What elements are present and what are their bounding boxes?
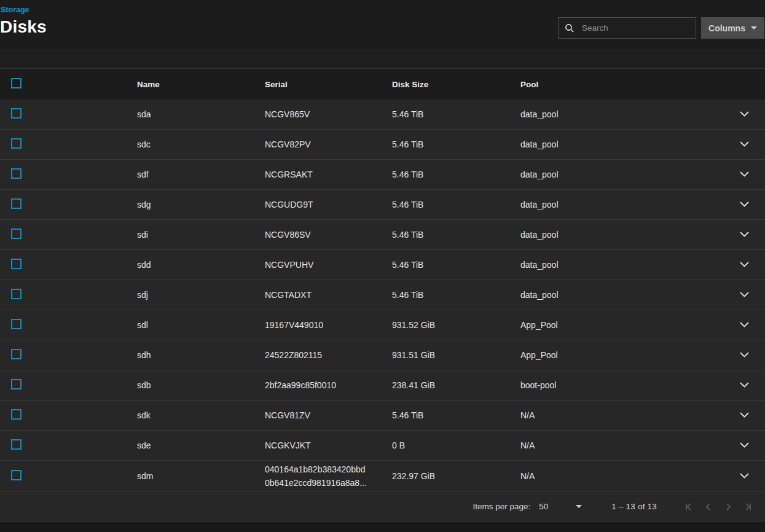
disk-size-cell: 5.46 TiB xyxy=(392,200,520,209)
search-icon xyxy=(565,23,575,33)
table-row[interactable]: sdd NCGVPUHV 5.46 TiB data_pool xyxy=(0,250,765,280)
table-row[interactable]: sdb 2bf2aa99c85f0010 238.41 GiB boot-poo… xyxy=(0,370,765,401)
row-checkbox[interactable] xyxy=(11,138,22,149)
row-checkbox-cell xyxy=(0,108,137,120)
disk-name-cell: sdl xyxy=(137,320,265,330)
last-page-button[interactable] xyxy=(740,499,755,514)
table-row[interactable]: sdm 040164a1b82b383420bbd 0b641e2ccd9819… xyxy=(0,461,765,491)
row-checkbox[interactable] xyxy=(11,108,22,119)
chevron-down-icon xyxy=(740,473,749,479)
row-checkbox-cell xyxy=(0,198,137,211)
column-header-pool[interactable]: Pool xyxy=(520,80,731,89)
expand-row-button[interactable] xyxy=(739,170,750,179)
pagination-bar: Items per page: 50 1 – 13 of 13 xyxy=(0,491,765,522)
items-per-page-select[interactable]: 50 xyxy=(539,502,582,511)
disk-pool-cell: boot-pool xyxy=(520,380,731,390)
expand-row-button[interactable] xyxy=(739,200,750,209)
table-row[interactable]: sdi NCGV86SV 5.46 TiB data_pool xyxy=(0,220,765,250)
row-checkbox-cell xyxy=(0,289,137,301)
disk-size-cell: 931.51 GiB xyxy=(392,350,520,360)
row-checkbox[interactable] xyxy=(11,168,22,179)
column-header-serial[interactable]: Serial xyxy=(265,80,392,89)
chevron-down-icon xyxy=(740,322,749,328)
expand-row-button[interactable] xyxy=(739,140,750,149)
table-row[interactable]: sdf NCGRSAKT 5.46 TiB data_pool xyxy=(0,160,765,190)
next-page-button[interactable] xyxy=(721,499,736,514)
page-title: Disks xyxy=(0,17,47,37)
expand-row-button[interactable] xyxy=(739,472,750,480)
expand-row-button[interactable] xyxy=(739,291,750,299)
column-header-name[interactable]: Name xyxy=(137,80,265,89)
table-row[interactable]: sda NCGV865V 5.46 TiB data_pool xyxy=(0,100,765,130)
row-checkbox[interactable] xyxy=(11,319,22,329)
disk-size-cell: 238.41 GiB xyxy=(392,380,520,390)
disk-name-cell: sdi xyxy=(137,230,265,240)
disk-pool-cell: data_pool xyxy=(520,230,731,240)
chevron-right-icon xyxy=(723,502,733,512)
chevron-down-icon xyxy=(740,141,749,147)
row-checkbox[interactable] xyxy=(11,259,22,269)
row-checkbox[interactable] xyxy=(11,379,22,389)
select-all-checkbox[interactable] xyxy=(11,78,22,88)
disk-serial-cell: NCGRSAKT xyxy=(265,168,392,181)
chevron-left-icon xyxy=(704,502,713,512)
table-row[interactable]: sdk NCGV81ZV 5.46 TiB N/A xyxy=(0,401,765,431)
disk-pool-cell: App_Pool xyxy=(520,350,731,360)
table-row[interactable]: sdl 19167V449010 931.52 GiB App_Pool xyxy=(0,310,765,340)
items-per-page-label: Items per page: xyxy=(473,502,530,511)
disk-size-cell: 0 B xyxy=(392,440,520,450)
row-checkbox[interactable] xyxy=(11,289,22,299)
search-input[interactable] xyxy=(582,23,691,33)
breadcrumb-storage-link[interactable]: Storage xyxy=(1,6,29,14)
expand-row-button[interactable] xyxy=(739,321,750,329)
disk-size-cell: 5.46 TiB xyxy=(392,139,520,149)
disk-serial-cell: NCGV865V xyxy=(265,108,392,121)
columns-button[interactable]: Columns xyxy=(701,17,764,39)
search-box[interactable] xyxy=(558,17,696,39)
expand-row-button[interactable] xyxy=(739,411,750,420)
expand-row-button[interactable] xyxy=(739,381,750,389)
disk-serial-cell: 2bf2aa99c85f0010 xyxy=(265,378,392,392)
disk-name-cell: sda xyxy=(137,109,265,119)
row-checkbox[interactable] xyxy=(11,198,22,209)
previous-page-button[interactable] xyxy=(701,499,716,514)
expand-row-button[interactable] xyxy=(739,441,750,450)
expand-row-button[interactable] xyxy=(739,230,750,239)
expand-row-button[interactable] xyxy=(739,351,750,359)
first-page-button[interactable] xyxy=(681,499,696,514)
row-checkbox-cell xyxy=(0,229,137,241)
row-checkbox[interactable] xyxy=(11,409,22,420)
disk-size-cell: 5.46 TiB xyxy=(392,260,520,270)
disk-name-cell: sdg xyxy=(137,200,265,209)
table-row[interactable]: sde NCGKVJKT 0 B N/A xyxy=(0,431,765,461)
row-checkbox-cell xyxy=(0,319,137,331)
disk-size-cell: 5.46 TiB xyxy=(392,170,520,179)
table-header-row: Name Serial Disk Size Pool xyxy=(0,69,765,100)
chevron-down-icon xyxy=(751,26,757,29)
row-checkbox[interactable] xyxy=(11,439,22,450)
disk-pool-cell: data_pool xyxy=(520,200,731,209)
table-row[interactable]: sdg NCGUDG9T 5.46 TiB data_pool xyxy=(0,190,765,220)
chevron-down-icon xyxy=(740,201,749,208)
expand-row-button[interactable] xyxy=(739,260,750,269)
chevron-down-icon xyxy=(740,232,749,238)
disk-serial-cell: NCGVPUHV xyxy=(265,258,392,272)
table-body: sda NCGV865V 5.46 TiB data_pool sdc NCGV… xyxy=(0,100,765,491)
table-row[interactable]: sdc NCGV82PV 5.46 TiB data_pool xyxy=(0,130,765,160)
column-header-disk-size[interactable]: Disk Size xyxy=(392,80,520,89)
row-checkbox[interactable] xyxy=(11,229,22,239)
row-checkbox[interactable] xyxy=(11,470,22,480)
page-header: Storage Disks Columns xyxy=(0,0,765,50)
table-row[interactable]: sdh 24522Z802115 931.51 GiB App_Pool xyxy=(0,340,765,370)
bottom-strip xyxy=(0,522,765,531)
row-checkbox[interactable] xyxy=(11,349,22,359)
disk-size-cell: 5.46 TiB xyxy=(392,230,520,240)
chevron-down-icon xyxy=(576,505,582,508)
disk-size-cell: 5.46 TiB xyxy=(392,109,520,119)
expand-row-button[interactable] xyxy=(739,110,750,119)
table-row[interactable]: sdj NCGTADXT 5.46 TiB data_pool xyxy=(0,280,765,310)
disk-serial-cell: NCGV81ZV xyxy=(265,409,392,422)
disk-serial-cell: 19167V449010 xyxy=(265,318,392,332)
chevron-down-icon xyxy=(740,442,749,448)
disk-size-cell: 232.97 GiB xyxy=(392,471,520,481)
